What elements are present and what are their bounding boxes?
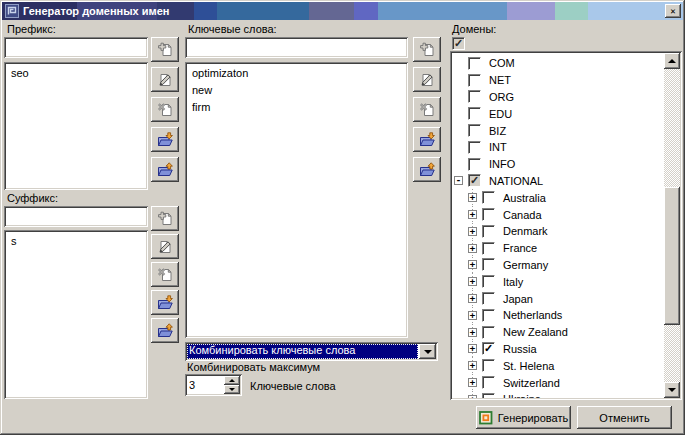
edit-button[interactable] xyxy=(151,67,179,92)
tree-item-france[interactable]: +France xyxy=(452,240,663,257)
checkbox[interactable] xyxy=(468,158,481,171)
expand-icon[interactable]: + xyxy=(468,378,477,387)
checkbox[interactable] xyxy=(468,57,481,70)
domains-master-checkbox[interactable]: ✓ xyxy=(452,37,465,50)
scrollbar-down-button[interactable] xyxy=(664,382,680,398)
expand-icon[interactable]: + xyxy=(468,344,477,353)
tree-item-canada[interactable]: +Canada xyxy=(452,206,663,223)
expand-icon[interactable]: + xyxy=(468,227,477,236)
checkbox[interactable] xyxy=(482,208,495,221)
tree-item-denmark[interactable]: +Denmark xyxy=(452,223,663,240)
collapse-icon[interactable]: - xyxy=(454,176,463,185)
folder-export-button[interactable] xyxy=(413,157,441,182)
expand-icon[interactable]: + xyxy=(468,210,477,219)
checkbox[interactable] xyxy=(468,74,481,87)
folder-import-button[interactable] xyxy=(413,127,441,152)
tree-item-ukraine[interactable]: +Ukraine xyxy=(452,391,663,398)
checkbox[interactable] xyxy=(482,191,495,204)
domains-tree[interactable]: COMNETORGEDUBIZINTINFO-✓NATIONAL+Austral… xyxy=(452,53,663,398)
expand-icon[interactable]: + xyxy=(468,193,477,202)
tree-item-japan[interactable]: +Japan xyxy=(452,290,663,307)
tree-item-st-helena[interactable]: +St. Helena xyxy=(452,357,663,374)
combine-max-input[interactable] xyxy=(187,376,224,394)
spinner-up-button[interactable] xyxy=(224,376,240,385)
expand-icon[interactable]: + xyxy=(468,361,477,370)
cancel-button[interactable]: Отменить xyxy=(577,406,672,429)
folder-import-button[interactable] xyxy=(151,127,179,152)
combo-dropdown-button[interactable] xyxy=(419,344,436,359)
checkbox[interactable] xyxy=(468,90,481,103)
checkbox[interactable] xyxy=(482,359,495,372)
checkbox[interactable] xyxy=(468,141,481,154)
expand-icon[interactable]: + xyxy=(468,395,477,398)
checkbox[interactable] xyxy=(482,393,495,398)
tree-item-biz[interactable]: BIZ xyxy=(452,122,663,139)
expand-icon[interactable]: + xyxy=(468,260,477,269)
checkbox[interactable] xyxy=(482,326,495,339)
tree-item-national[interactable]: -✓NATIONAL xyxy=(452,173,663,190)
checkbox[interactable] xyxy=(482,258,495,271)
list-item[interactable]: new xyxy=(187,82,406,99)
folder-export-button[interactable] xyxy=(151,318,179,343)
generate-button[interactable]: Генерировать xyxy=(476,406,571,429)
keywords-input[interactable] xyxy=(185,37,408,58)
edit-button[interactable] xyxy=(151,234,179,259)
tree-item-netherlands[interactable]: +Netherlands xyxy=(452,307,663,324)
expand-icon[interactable]: + xyxy=(468,328,477,337)
scrollbar-thumb[interactable] xyxy=(664,187,680,325)
tree-item-germany[interactable]: +Germany xyxy=(452,257,663,274)
checkbox[interactable] xyxy=(482,292,495,305)
delete-button[interactable] xyxy=(151,97,179,122)
arrow-down-icon xyxy=(229,388,235,391)
checkbox[interactable] xyxy=(468,124,481,137)
tree-item-italy[interactable]: +Italy xyxy=(452,273,663,290)
list-item[interactable]: s xyxy=(6,233,146,250)
list-item[interactable]: optimizaton xyxy=(187,65,406,82)
tree-item-switzerland[interactable]: +Switzerland xyxy=(452,374,663,391)
add-button[interactable] xyxy=(413,37,441,62)
scrollbar-up-button[interactable] xyxy=(664,53,680,69)
title-bar[interactable]: Генератор доменных имен xyxy=(2,2,683,20)
list-item[interactable]: firm xyxy=(187,99,406,116)
tree-item-new-zealand[interactable]: +New Zealand xyxy=(452,324,663,341)
expand-icon[interactable]: + xyxy=(468,244,477,253)
list-item[interactable]: seo xyxy=(6,65,146,82)
tree-item-edu[interactable]: EDU xyxy=(452,105,663,122)
folder-export-button[interactable] xyxy=(151,157,179,182)
suffix-list[interactable]: s xyxy=(4,230,148,399)
checkbox[interactable] xyxy=(482,376,495,389)
generate-spiral-icon xyxy=(479,411,493,425)
suffix-input[interactable] xyxy=(4,206,148,227)
expand-icon[interactable]: + xyxy=(468,294,477,303)
suffix-label: Суффикс: xyxy=(7,192,58,204)
tree-item-net[interactable]: NET xyxy=(452,72,663,89)
expand-icon[interactable]: + xyxy=(468,277,477,286)
tree-item-org[interactable]: ORG xyxy=(452,89,663,106)
spinner-down-button[interactable] xyxy=(224,385,240,394)
checkbox[interactable] xyxy=(482,275,495,288)
prefix-input[interactable] xyxy=(4,37,148,58)
tree-item-russia[interactable]: +✓Russia xyxy=(452,341,663,358)
close-button[interactable]: ✕ xyxy=(665,4,681,18)
checkbox[interactable] xyxy=(468,107,481,120)
checkbox[interactable]: ✓ xyxy=(468,174,481,187)
tree-item-australia[interactable]: +Australia xyxy=(452,189,663,206)
tree-item-int[interactable]: INT xyxy=(452,139,663,156)
delete-button[interactable] xyxy=(151,262,179,287)
checkbox[interactable] xyxy=(482,309,495,322)
tree-item-info[interactable]: INFO xyxy=(452,156,663,173)
combine-mode-select[interactable]: Комбинировать ключевые слова xyxy=(185,342,438,361)
prefix-list[interactable]: seo xyxy=(4,62,148,190)
edit-button[interactable] xyxy=(413,67,441,92)
folder-import-button[interactable] xyxy=(151,290,179,315)
add-button[interactable] xyxy=(151,37,179,62)
expand-icon[interactable]: + xyxy=(468,311,477,320)
tree-item-com[interactable]: COM xyxy=(452,55,663,72)
keywords-list[interactable]: optimizatonnewfirm xyxy=(185,62,408,338)
checkbox[interactable] xyxy=(482,225,495,238)
add-button[interactable] xyxy=(151,206,179,231)
tree-scrollbar[interactable] xyxy=(664,53,680,398)
checkbox[interactable] xyxy=(482,242,495,255)
checkbox[interactable]: ✓ xyxy=(482,342,495,355)
delete-button[interactable] xyxy=(413,97,441,122)
